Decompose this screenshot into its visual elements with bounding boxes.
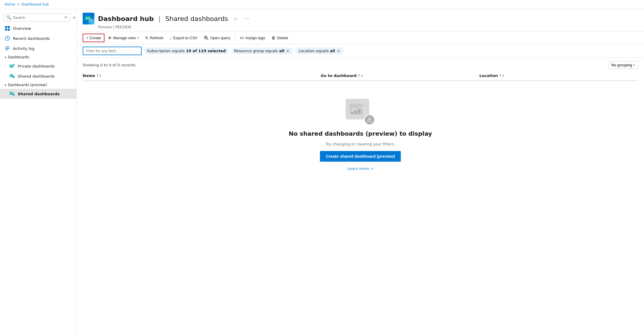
sidebar-collapse-button[interactable]: « <box>71 14 77 21</box>
col-header-name[interactable]: Name ↑↓ <box>83 73 321 78</box>
svg-rect-9 <box>10 65 13 66</box>
sidebar-item-activity[interactable]: Activity log <box>0 43 76 53</box>
sort-location-icon: ↑↓ <box>499 74 504 78</box>
sort-goto-icon: ↑↓ <box>358 74 363 78</box>
sidebar-item-private[interactable]: Private dashboards <box>0 61 76 71</box>
page-header: Dashboard hub | Shared dashboards ☆ ··· … <box>77 9 644 32</box>
svg-line-22 <box>207 38 208 40</box>
empty-icon-overlay <box>364 114 375 125</box>
chip-resource-group-label: Resource group equals all <box>234 49 284 53</box>
filter-chip-resource-group: Resource group equals all ✕ <box>231 47 293 54</box>
no-grouping-button[interactable]: No grouping ▾ <box>608 61 638 69</box>
chip-location-label: Location equals all <box>298 49 335 53</box>
svg-rect-6 <box>5 48 9 49</box>
create-button[interactable]: + Create <box>83 34 104 42</box>
sidebar-item-overview[interactable]: Overview <box>0 23 76 33</box>
svg-rect-1 <box>8 26 10 28</box>
refresh-icon: ↻ <box>145 36 148 40</box>
chevron-down-icon: ▾ <box>5 56 6 59</box>
breadcrumb-home[interactable]: Home <box>5 2 15 6</box>
search-input[interactable] <box>13 15 63 20</box>
page-title-divider: | <box>158 15 161 22</box>
breadcrumb-current[interactable]: Dashboard hub <box>22 2 49 6</box>
filter-bar: Subscription equals 19 of 119 selected R… <box>77 44 644 58</box>
clock-icon <box>5 36 10 41</box>
delete-button[interactable]: 🗑 Delete <box>269 34 291 42</box>
page-icon <box>83 13 94 24</box>
toolbar: + Create ⚙ Manage view ▾ ↻ Refresh ↓ Exp… <box>77 32 644 44</box>
chip-location-close[interactable]: ✕ <box>336 49 341 53</box>
overview-icon <box>5 26 10 31</box>
chevron-down-icon-preview: ▾ <box>5 83 6 87</box>
main-content: Dashboard hub | Shared dashboards ☆ ··· … <box>77 9 644 333</box>
sidebar-section-dashboards[interactable]: ▾ Dashboards <box>0 53 76 61</box>
table-area: Showing 0 to 0 of 0 records. No grouping… <box>77 58 644 333</box>
svg-rect-10 <box>10 66 12 67</box>
empty-state-subtitle: Try changing or clearing your filters. <box>326 142 395 146</box>
export-csv-button[interactable]: ↓ Export to CSV <box>167 34 200 42</box>
sidebar-section-label-dashboards-preview: Dashboards (preview) <box>8 83 47 87</box>
toolbar-divider <box>235 35 235 42</box>
col-header-location[interactable]: Location ↑↓ <box>479 73 638 78</box>
sidebar-item-label-shared: Shared dashboards <box>18 74 55 78</box>
svg-rect-3 <box>8 29 10 31</box>
create-shared-dashboard-button[interactable]: Create shared dashboard (preview) <box>320 151 401 162</box>
empty-state-title: No shared dashboards (preview) to displa… <box>289 130 432 137</box>
filter-input[interactable] <box>83 47 142 55</box>
svg-rect-5 <box>5 47 9 47</box>
export-icon: ↓ <box>170 36 172 40</box>
svg-rect-0 <box>5 26 7 28</box>
external-link-icon: ↗ <box>370 167 373 171</box>
chip-subscription-label: Subscription equals 19 of 119 selected <box>147 49 226 53</box>
sort-name-icon: ↑↓ <box>96 74 102 78</box>
svg-rect-26 <box>358 109 360 114</box>
breadcrumb-separator: > <box>17 2 20 6</box>
search-icon: 🔍 <box>6 15 11 20</box>
sidebar-item-shared-preview[interactable]: Shared dashboards <box>0 89 76 99</box>
filter-chip-location: Location equals all ✕ <box>295 47 344 54</box>
empty-icon-group <box>346 99 375 125</box>
private-dashboard-icon <box>9 63 15 69</box>
assign-tags-button[interactable]: 🏷 Assign tags <box>237 34 268 42</box>
manage-view-button[interactable]: ⚙ Manage view ▾ <box>105 34 142 42</box>
tag-icon: 🏷 <box>240 36 244 40</box>
sidebar-search-box: 🔍 ✕ <box>4 13 70 22</box>
sidebar-item-label-activity: Activity log <box>13 46 35 51</box>
svg-point-19 <box>89 19 92 22</box>
empty-state: No shared dashboards (preview) to displa… <box>83 81 638 188</box>
no-grouping-chevron-icon: ▾ <box>633 63 635 67</box>
pin-icon[interactable]: ☆ <box>232 15 239 22</box>
sidebar-item-recent[interactable]: Recent dashboards <box>0 33 76 43</box>
page-title: Dashboard hub <box>98 15 154 22</box>
open-query-button[interactable]: Open query <box>201 34 233 42</box>
svg-rect-2 <box>5 29 7 31</box>
svg-rect-12 <box>10 74 13 77</box>
svg-rect-24 <box>351 112 353 114</box>
svg-rect-7 <box>5 50 8 50</box>
sidebar-section-label-dashboards: Dashboards <box>8 55 29 59</box>
manage-view-chevron-icon: ▾ <box>137 36 139 40</box>
records-info: Showing 0 to 0 of 0 records. <box>83 63 137 67</box>
page-preview-label: Preview | PREVIEW <box>98 25 638 29</box>
sidebar-item-label-private: Private dashboards <box>18 64 55 68</box>
gear-icon: ⚙ <box>108 36 112 40</box>
filter-chip-subscription: Subscription equals 19 of 119 selected <box>144 47 229 54</box>
svg-point-21 <box>205 37 206 38</box>
sidebar-item-label-recent: Recent dashboards <box>13 36 50 41</box>
sidebar-item-shared[interactable]: Shared dashboards <box>0 71 76 81</box>
records-info-row: Showing 0 to 0 of 0 records. No grouping… <box>83 61 638 69</box>
delete-icon: 🗑 <box>272 36 275 40</box>
list-icon <box>5 46 10 51</box>
sidebar-section-dashboards-preview[interactable]: ▾ Dashboards (preview) <box>0 81 76 89</box>
more-options-icon[interactable]: ··· <box>243 15 251 22</box>
col-header-goto[interactable]: Go to dashboard ↑↓ <box>321 73 480 78</box>
learn-more-link[interactable]: Learn more ↗ <box>347 166 373 171</box>
clear-search-icon[interactable]: ✕ <box>64 15 67 19</box>
svg-rect-25 <box>354 110 357 114</box>
refresh-button[interactable]: ↻ Refresh <box>142 34 166 42</box>
sidebar-item-label-shared-preview: Shared dashboards <box>18 92 60 96</box>
sidebar: 🔍 ✕ « Overview Recent dashboards A <box>0 9 77 333</box>
page-subtitle-service: Shared dashboards <box>165 15 228 22</box>
chip-resource-group-close[interactable]: ✕ <box>285 49 290 53</box>
svg-rect-13 <box>10 75 13 76</box>
